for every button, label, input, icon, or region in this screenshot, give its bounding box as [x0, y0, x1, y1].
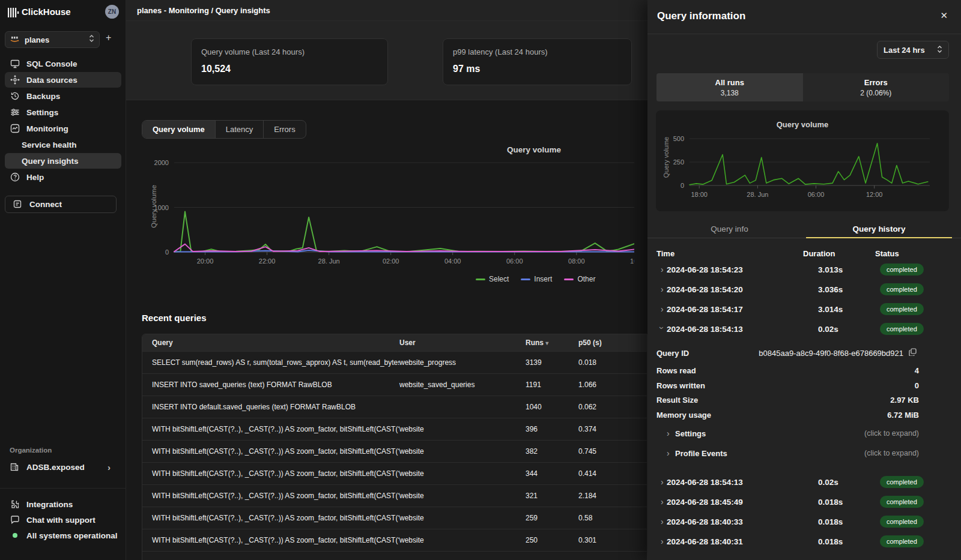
cell-p50: 1.066 — [578, 381, 647, 389]
expander-settings[interactable]: › Settings (click to expand) — [647, 426, 961, 441]
close-icon[interactable]: ✕ — [940, 10, 948, 21]
sidebar-item-label: Query insights — [22, 157, 79, 166]
system-status[interactable]: All systems operational — [5, 528, 121, 543]
expander-profile-events[interactable]: › Profile Events (click to expand) — [647, 445, 961, 461]
history-row[interactable]: › 2024-06-28 18:54:13 0.02s completed — [647, 472, 961, 492]
connect-button[interactable]: Connect — [5, 196, 117, 213]
chevron-right-icon[interactable]: › — [661, 477, 664, 487]
sidebar-divider — [0, 488, 126, 489]
table-row[interactable]: WITH bitShiftLeft(CAST(?..), _CAST(?..))… — [142, 418, 647, 440]
chevron-right-icon[interactable]: › — [661, 304, 664, 314]
sidebar-item-label: Monitoring — [26, 124, 68, 133]
service-selector-value: planes — [25, 35, 89, 44]
segment-label: Errors — [864, 78, 888, 87]
service-selector[interactable]: planes — [5, 31, 100, 48]
sidebar-item-sql-console[interactable]: SQL Console — [5, 56, 121, 71]
chevron-down-icon[interactable]: › — [657, 327, 667, 330]
sidebar-item-data-sources[interactable]: Data sources — [5, 72, 121, 88]
svg-text:08:00: 08:00 — [568, 257, 585, 265]
sidebar-item-backups[interactable]: Backups — [5, 88, 121, 104]
table-row[interactable]: INSERT INTO saved_queries (text) FORMAT … — [142, 373, 647, 396]
svg-text:0: 0 — [681, 182, 684, 189]
organization-switcher[interactable]: ADSB.exposed › — [5, 459, 117, 475]
history-row[interactable]: › 2024-06-28 18:40:33 0.018s completed — [647, 511, 961, 531]
svg-text:12:00: 12:00 — [866, 191, 883, 198]
add-service-button[interactable]: + — [106, 32, 111, 43]
detail-row-query-id: Query ID b0845aa9-a8c9-49f0-8f68-e678669… — [647, 345, 961, 360]
sidebar-item-help[interactable]: Help — [5, 169, 121, 185]
segment-all-runs[interactable]: All runs 3,138 — [656, 73, 803, 101]
history-column-duration: Duration — [803, 249, 835, 258]
cell-runs: 396 — [526, 425, 578, 433]
copy-icon[interactable] — [909, 348, 917, 358]
table-row-partial[interactable] — [142, 551, 647, 560]
segment-value: 3,138 — [721, 89, 739, 97]
svg-text:02:00: 02:00 — [383, 257, 399, 265]
detail-label: Query ID — [656, 348, 689, 357]
status-badge: completed — [880, 496, 924, 508]
sidebar-item-integrations[interactable]: Integrations — [5, 497, 121, 511]
sidebar-item-label: Help — [26, 173, 44, 182]
cell-query: WITH bitShiftLeft(CAST(?..), _CAST(?..))… — [142, 447, 399, 456]
cell-user: website — [399, 447, 526, 456]
stat-card-p99-latency: p99 latency (Last 24 hours) 97 ms — [443, 38, 632, 85]
column-header-runs[interactable]: Runs ▾ — [526, 339, 578, 347]
history-row[interactable]: › 2024-06-28 18:54:17 3.014s completed — [647, 299, 961, 319]
cell-p50: 0.062 — [578, 403, 647, 411]
table-row[interactable]: INSERT INTO default.saved_queries (text)… — [142, 396, 647, 418]
history-row[interactable]: › 2024-06-28 18:54:20 3.036s completed — [647, 279, 961, 299]
detail-value: 2.97 KB — [890, 395, 919, 404]
time-range-select[interactable]: Last 24 hrs — [877, 41, 949, 59]
active-tab-underline — [806, 237, 952, 238]
history-duration: 0.018s — [818, 537, 843, 546]
table-row[interactable]: WITH bitShiftLeft(CAST(?..), _CAST(?..))… — [142, 529, 647, 551]
detail-label: Rows written — [656, 381, 705, 390]
chevron-right-icon[interactable]: › — [661, 497, 664, 507]
sidebar-item-monitoring[interactable]: Monitoring — [5, 121, 121, 136]
sidebar-item-chat-support[interactable]: Chat with support — [5, 513, 121, 527]
history-duration: 3.036s — [818, 285, 843, 294]
column-header-query: Query — [142, 339, 399, 347]
recent-queries-heading: Recent queries — [142, 313, 207, 323]
history-time: 2024-06-28 18:54:17 — [667, 304, 743, 313]
query-id-value: b0845aa9-a8c9-49f0-8f68-e678669bd921 — [759, 348, 903, 357]
cell-p50: 0.018 — [578, 358, 647, 367]
chevron-right-icon[interactable]: › — [661, 537, 664, 546]
history-row[interactable]: › 2024-06-28 18:40:31 0.018s completed — [647, 531, 961, 551]
history-row[interactable]: › 2024-06-28 18:54:23 3.013s completed — [647, 259, 961, 279]
history-column-status: Status — [875, 249, 899, 258]
chevron-right-icon[interactable]: › — [661, 285, 664, 294]
connect-button-label: Connect — [29, 200, 62, 209]
sidebar-item-query-insights[interactable]: Query insights — [5, 153, 121, 169]
sidebar-item-service-health[interactable]: Service health — [5, 137, 121, 152]
cell-user: website — [399, 425, 526, 433]
sidebar-item-label: Data sources — [26, 76, 77, 85]
stat-title: Query volume (Last 24 hours) — [201, 47, 378, 56]
user-avatar[interactable]: ZN — [105, 5, 119, 19]
chevron-right-icon[interactable]: › — [661, 265, 664, 274]
main-content: planes - Monitoring / Query insights Que… — [126, 0, 647, 560]
table-row[interactable]: WITH bitShiftLeft(CAST(?..), _CAST(?..))… — [142, 462, 647, 484]
chevron-right-icon[interactable]: › — [661, 517, 664, 526]
sidebar-item-settings[interactable]: Settings — [5, 104, 121, 120]
table-row[interactable]: WITH bitShiftLeft(CAST(?..), _CAST(?..))… — [142, 440, 647, 462]
status-badge: completed — [880, 535, 924, 547]
tab-errors[interactable]: Errors — [264, 121, 305, 138]
segment-errors[interactable]: Errors 2 (0.06%) — [803, 73, 950, 101]
cell-runs: 3139 — [526, 358, 578, 367]
tab-latency[interactable]: Latency — [216, 121, 264, 138]
history-row-expanded[interactable]: › 2024-06-28 18:54:13 0.02s completed — [647, 319, 961, 339]
table-row[interactable]: SELECT sum(read_rows) AS r, sum(total_ro… — [142, 351, 647, 373]
system-status-label: All systems operational — [26, 531, 118, 540]
organization-name: ADSB.exposed — [26, 463, 85, 472]
cell-runs: 250 — [526, 536, 578, 544]
history-row[interactable]: › 2024-06-28 18:45:49 0.018s completed — [647, 492, 961, 511]
tab-query-history[interactable]: Query history — [806, 220, 952, 238]
tab-query-info[interactable]: Query info — [656, 220, 802, 238]
tab-query-volume[interactable]: Query volume — [142, 121, 216, 138]
sidebar: ClickHouse ZN planes + SQL Console Data … — [0, 0, 126, 560]
table-row[interactable]: WITH bitShiftLeft(CAST(?..), _CAST(?..))… — [142, 507, 647, 529]
table-row[interactable]: WITH bitShiftLeft(CAST(?..), _CAST(?..))… — [142, 484, 647, 507]
panel-title: Query information — [657, 10, 745, 22]
cell-user: website — [399, 514, 526, 522]
